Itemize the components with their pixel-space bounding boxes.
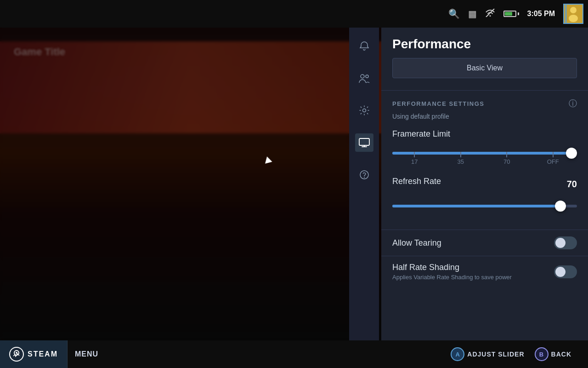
refresh-rate-label: Refresh Rate — [392, 177, 441, 186]
clock: 3:05 PM — [527, 10, 555, 18]
allow-tearing-label: Allow Tearing — [392, 238, 441, 248]
framerate-limit-setting: Framerate Limit 17 35 70 OFF — [381, 129, 588, 167]
profile-text: Using default profile — [381, 113, 588, 120]
right-panel: Performance Basic View PERFORMANCE SETTI… — [381, 28, 588, 340]
half-rate-shading-label: Half Rate Shading — [392, 263, 512, 272]
slider-label-35: 35 — [458, 158, 464, 165]
sidebar-item-friends[interactable] — [355, 69, 373, 87]
svg-rect-3 — [565, 5, 567, 23]
tick-70 — [506, 152, 507, 157]
allow-tearing-knob — [555, 238, 565, 248]
info-icon[interactable]: ⓘ — [569, 98, 577, 109]
sidebar-item-notifications[interactable] — [355, 37, 373, 55]
svg-point-4 — [361, 75, 364, 78]
panel-header: Performance Basic View — [381, 28, 588, 83]
search-icon[interactable]: 🔍 — [448, 8, 460, 19]
sidebar-item-help[interactable] — [355, 166, 373, 184]
slider-thumb[interactable] — [566, 148, 577, 159]
half-rate-shading-desc: Applies Variable Rate Shading to save po… — [392, 274, 512, 281]
steam-button[interactable]: STEAM — [0, 340, 68, 368]
section-title: PERFORMANCE SETTINGS — [392, 100, 484, 107]
avatar[interactable] — [563, 4, 583, 24]
refresh-rate-row: Refresh Rate 70 — [392, 177, 577, 192]
basic-view-button[interactable]: Basic View — [392, 58, 577, 78]
b-button-badge: B — [535, 347, 548, 361]
sidebar — [349, 28, 379, 340]
divider-1 — [381, 90, 588, 91]
refresh-rate-slider[interactable] — [392, 197, 577, 220]
slider-label-off: OFF — [547, 158, 559, 165]
half-rate-shading-toggle[interactable] — [554, 265, 577, 278]
blur-overlay — [0, 28, 381, 340]
svg-point-6 — [362, 109, 366, 112]
game-content-area: Game Title — [0, 28, 381, 340]
svg-point-1 — [570, 7, 577, 13]
bottom-actions: A ADJUST SLIDER B BACK — [441, 347, 588, 361]
adjust-slider-label: ADJUST SLIDER — [467, 351, 524, 358]
game-title-blurred: Game Title — [14, 46, 65, 58]
library-icon[interactable]: ▦ — [468, 8, 477, 19]
half-rate-shading-knob — [555, 267, 565, 277]
svg-rect-7 — [359, 138, 369, 145]
allow-tearing-toggle[interactable] — [554, 236, 577, 249]
svg-point-9 — [364, 177, 365, 178]
svg-point-2 — [569, 15, 578, 22]
bottom-bar: STEAM MENU A ADJUST SLIDER B BACK — [0, 340, 588, 368]
svg-point-10 — [10, 348, 23, 361]
menu-label: MENU — [75, 350, 98, 358]
tick-off — [553, 152, 554, 157]
wifi-icon — [485, 9, 495, 19]
refresh-slider-track — [392, 205, 577, 207]
refresh-slider-fill — [392, 205, 559, 207]
top-bar: 🔍 ▦ 3:05 PM — [0, 0, 588, 28]
slider-label-70: 70 — [503, 158, 510, 165]
half-rate-shading-toggle-row: Half Rate Shading Applies Variable Rate … — [381, 256, 588, 287]
slider-fill — [392, 152, 568, 155]
refresh-slider-thumb[interactable] — [555, 201, 566, 212]
sidebar-item-display[interactable] — [355, 133, 373, 152]
allow-tearing-toggle-row: Allow Tearing — [381, 230, 588, 256]
battery-indicator — [503, 11, 519, 17]
sidebar-item-settings[interactable] — [355, 101, 373, 120]
framerate-slider[interactable]: 17 35 70 OFF — [392, 144, 577, 167]
a-button-badge: A — [451, 347, 464, 361]
slider-label-17: 17 — [411, 158, 418, 165]
section-header: PERFORMANCE SETTINGS ⓘ — [381, 98, 588, 109]
slider-track — [392, 152, 577, 155]
back-label: BACK — [551, 351, 571, 358]
steam-logo — [9, 347, 24, 362]
svg-point-12 — [16, 352, 17, 354]
refresh-rate-setting: Refresh Rate 70 — [381, 177, 588, 220]
tick-17 — [414, 152, 415, 157]
steam-label: STEAM — [28, 350, 58, 358]
framerate-limit-label: Framerate Limit — [392, 129, 577, 139]
panel-title: Performance — [392, 37, 577, 52]
tick-35 — [460, 152, 461, 157]
refresh-rate-value: 70 — [567, 179, 577, 190]
svg-point-5 — [366, 75, 368, 78]
